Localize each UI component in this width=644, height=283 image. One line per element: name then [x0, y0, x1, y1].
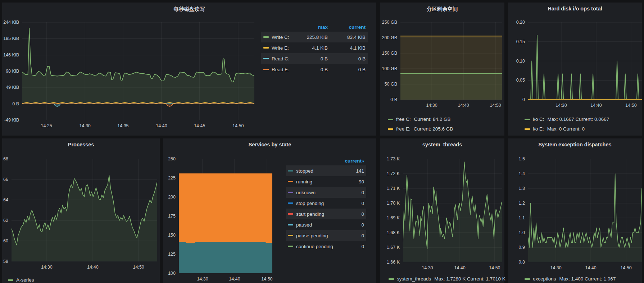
series-current-value: 0: [343, 211, 364, 217]
legend-column-current[interactable]: current▾: [343, 158, 364, 164]
series-name[interactable]: pause pending: [296, 233, 328, 238]
series-stats: Max: 1.400 Current: 1.067: [559, 276, 616, 282]
series-name[interactable]: continue pending: [296, 244, 333, 249]
series-color-dash: [288, 170, 293, 172]
x-tick-label: 14:40: [580, 265, 602, 270]
chart-plot[interactable]: [22, 22, 254, 120]
series-stats: Current: 205.6 GB: [414, 126, 453, 132]
legend-row-read-e: Read E: 0 B 0 B: [261, 64, 368, 75]
y-tick-label: 1.72 K: [380, 171, 400, 176]
y-tick-label: 225: [163, 175, 176, 181]
panel-title[interactable]: System exception dispatches: [508, 142, 642, 147]
y-tick-label: 68: [2, 156, 8, 161]
y-tick-label: 0 B: [380, 97, 397, 102]
y-tick-label: 0 B: [2, 101, 19, 106]
sort-caret-icon: ▾: [362, 159, 364, 163]
legend-row-pause-pending: pause pending 0: [286, 230, 366, 241]
y-tick-label: 244 KiB: [2, 20, 19, 25]
series-name[interactable]: i/o E:: [533, 126, 544, 132]
y-tick-label: 100 GB: [380, 66, 397, 71]
series-name[interactable]: exceptions: [533, 276, 556, 282]
series-color-dash: [263, 47, 269, 49]
panel-system-exception-dispatches: System exception dispatches exceptions M…: [508, 138, 642, 283]
series-name[interactable]: Read C:: [272, 56, 290, 61]
panel-hard-disk-io-ops: Hard disk i/o ops total i/o C: Max: 0.16…: [508, 3, 642, 136]
x-tick-label: 14:50: [484, 265, 505, 270]
series-color-dash: [388, 119, 393, 120]
y-tick-label: 195 KiB: [2, 36, 19, 41]
series-color-dash: [388, 128, 393, 130]
series-color-dash: [263, 58, 269, 59]
x-tick-label: 14:40: [224, 277, 245, 282]
x-tick-label: 14:50: [227, 123, 249, 128]
legend-column-current[interactable]: current: [328, 24, 366, 30]
y-tick-label: 1.5: [508, 156, 525, 161]
series-current-value: 0: [343, 201, 364, 206]
series-name[interactable]: stopped: [296, 168, 313, 174]
x-tick-label: 14:30: [550, 103, 572, 108]
series-name[interactable]: stop pending: [296, 201, 324, 206]
legend-io-c: i/o C: Max: 0.1667 Current: 0.0667: [525, 117, 609, 122]
dashboard: 每秒磁盘读写 max current Write C: 225.8 KiB 83…: [0, 0, 644, 283]
panel-title[interactable]: Hard disk i/o ops total: [508, 6, 642, 12]
panel-processes: Processes A-series 68666462605814:3014:4…: [2, 138, 160, 283]
y-tick-label: 0.05: [508, 78, 525, 83]
series-name[interactable]: Write E:: [272, 45, 289, 51]
series-name[interactable]: paused: [296, 222, 312, 228]
chart-plot[interactable]: [528, 159, 642, 262]
series-name[interactable]: system_threads: [397, 276, 431, 282]
series-max-value: 0 B: [294, 67, 328, 72]
panel-title[interactable]: Services by state: [163, 142, 376, 147]
legend-table: current▾ stopped 141 running 90 unknown …: [286, 156, 366, 252]
series-name[interactable]: free C:: [396, 117, 411, 122]
legend-row-paused: paused 0: [286, 219, 366, 230]
series-color-dash: [288, 235, 293, 236]
y-tick-label: 200 GB: [380, 35, 397, 40]
series-name[interactable]: A-series: [16, 277, 34, 283]
legend-row-read-c: Read C: 0 B 0 B: [261, 53, 368, 64]
y-tick-label: 98 KiB: [2, 69, 19, 74]
x-tick-label: 14:50: [620, 103, 642, 108]
series-name[interactable]: i/o C:: [533, 117, 544, 122]
x-tick-label: 14:45: [189, 123, 210, 128]
series-name[interactable]: start pending: [296, 211, 324, 217]
x-tick-label: 14:40: [585, 103, 607, 108]
series-current-value: 4.1 KiB: [328, 45, 366, 51]
legend-column-max[interactable]: max: [294, 24, 328, 30]
series-stats: Max: 0 Current: 0: [547, 126, 585, 132]
y-tick-label: 1.2: [508, 201, 525, 206]
chart-plot[interactable]: [403, 159, 502, 262]
x-tick-label: 14:30: [192, 277, 213, 282]
panel-title[interactable]: 每秒磁盘读写: [2, 6, 376, 13]
series-name[interactable]: Write C:: [272, 35, 289, 40]
y-tick-label: 146 KiB: [2, 53, 19, 58]
series-color-dash: [8, 279, 13, 281]
chart-plot[interactable]: [179, 159, 272, 273]
panel-title[interactable]: 分区剩余空间: [380, 6, 504, 13]
x-tick-label: 14:30: [421, 103, 443, 108]
x-tick-label: 14:40: [151, 123, 172, 128]
series-color-dash: [288, 213, 293, 215]
chart-plot[interactable]: [400, 22, 502, 100]
x-tick-label: 14:25: [36, 123, 57, 128]
series-color-dash: [288, 246, 293, 247]
panel-title[interactable]: Processes: [2, 142, 160, 147]
legend-free-e: free E: Current: 205.6 GB: [388, 126, 453, 132]
series-name[interactable]: running: [296, 179, 312, 184]
chart-plot[interactable]: [528, 22, 642, 100]
series-current-value: 90: [343, 179, 364, 184]
y-tick-label: 150 GB: [380, 51, 397, 56]
series-name[interactable]: Read E:: [272, 67, 289, 72]
series-name[interactable]: free E:: [396, 126, 411, 132]
chart-plot[interactable]: [12, 159, 157, 261]
series-stats: Current: 84.2 GB: [414, 117, 451, 122]
series-current-value: 0: [343, 244, 364, 249]
legend-io-e: i/o E: Max: 0 Current: 0: [525, 126, 585, 132]
panel-disk-read-write: 每秒磁盘读写 max current Write C: 225.8 KiB 83…: [2, 3, 376, 136]
x-tick-label: 14:50: [128, 265, 149, 270]
legend-free-c: free C: Current: 84.2 GB: [388, 117, 451, 122]
y-tick-label: 60: [2, 238, 8, 243]
panel-title[interactable]: system_threads: [380, 142, 504, 147]
y-tick-label: 200: [163, 195, 176, 200]
series-name[interactable]: unknown: [296, 190, 316, 195]
